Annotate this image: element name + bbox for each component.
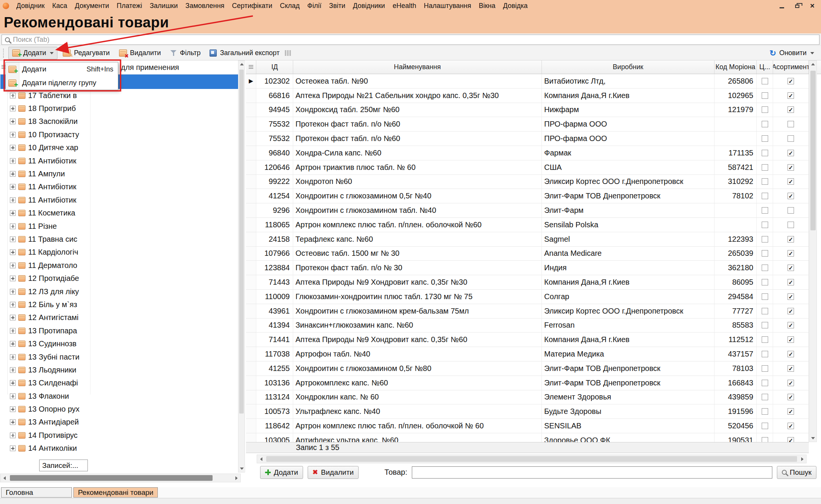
checkbox[interactable]: [762, 121, 768, 127]
edit-button[interactable]: Редагувати: [59, 47, 113, 59]
tree-item[interactable]: 11 Косметика: [0, 207, 238, 220]
menu-item-7[interactable]: Склад: [276, 1, 303, 11]
expand-icon[interactable]: [10, 132, 16, 138]
checkbox[interactable]: [762, 78, 768, 84]
expand-icon[interactable]: [10, 367, 16, 373]
menu-item-10[interactable]: Довідники: [349, 1, 389, 11]
table-row[interactable]: 41394Зинаксин+глюкозамин капс. №60Ferros…: [246, 319, 809, 333]
checkbox[interactable]: [788, 437, 794, 442]
tree-item[interactable]: 18 Протигриб: [0, 102, 238, 115]
expand-icon[interactable]: [10, 289, 16, 295]
expand-icon[interactable]: [10, 406, 16, 412]
table-row[interactable]: 94945Хондроксид табл. 250мг №60Нижфарм12…: [246, 103, 809, 117]
table-row[interactable]: 99222Хондротоп №60Эликсир Кортес ООО г.Д…: [246, 175, 809, 189]
context-menu-item[interactable]: ДодатиShift+Ins: [6, 62, 118, 76]
delete-product-button[interactable]: Видалити: [308, 466, 359, 479]
expand-icon[interactable]: [10, 276, 16, 281]
checkbox[interactable]: [762, 351, 768, 357]
tree-item[interactable]: 12 Антигістамі: [0, 311, 238, 324]
restore-button[interactable]: [791, 1, 804, 10]
checkbox[interactable]: [788, 92, 794, 99]
checkbox[interactable]: [762, 164, 768, 171]
checkbox[interactable]: [762, 423, 768, 429]
tree-item[interactable]: 13 Опорно рух: [0, 403, 238, 415]
tree-item[interactable]: 11 Кардіологіч: [0, 246, 238, 259]
table-row[interactable]: 43961Хондроитин с глюкозамином крем-баль…: [246, 304, 809, 319]
table-row[interactable]: 24158Терафлекс капс. №60Sagmel122393: [246, 232, 809, 247]
checkbox[interactable]: [762, 106, 768, 113]
column-header-manufacturer[interactable]: Виробник: [542, 60, 715, 74]
tree-item[interactable]: 11 Антибіотик: [0, 193, 238, 206]
menu-item-8[interactable]: Філії: [303, 1, 325, 11]
expand-icon[interactable]: [10, 249, 16, 255]
table-row[interactable]: 9296Хондроитин с глюкозамином табл. №40Э…: [246, 203, 809, 218]
expand-icon[interactable]: [10, 380, 16, 386]
column-header-name[interactable]: Найменування: [293, 60, 542, 74]
table-row[interactable]: 117038Артрофон табл. №40Материа Медика43…: [246, 347, 809, 361]
scroll-left-button[interactable]: [257, 455, 265, 463]
table-row[interactable]: 66816Аптека Природы №21 Сабельник хондро…: [246, 89, 809, 103]
menu-item-2[interactable]: Документи: [71, 1, 113, 11]
search-input[interactable]: [13, 36, 816, 44]
product-input[interactable]: [412, 466, 772, 479]
add-product-button[interactable]: Додати: [260, 466, 303, 479]
scroll-down-button[interactable]: [238, 465, 245, 472]
expand-icon[interactable]: [10, 236, 16, 242]
expand-icon[interactable]: [10, 263, 16, 268]
table-row[interactable]: 100573Ультрафлекс капс. №40Будьте Здоров…: [246, 404, 809, 419]
menu-item-14[interactable]: Довідка: [499, 1, 532, 11]
expand-icon[interactable]: [10, 328, 16, 334]
tree-vertical-scrollbar[interactable]: [238, 60, 245, 472]
expand-icon[interactable]: [10, 145, 16, 151]
checkbox[interactable]: [788, 322, 794, 328]
scroll-right-button[interactable]: [232, 474, 240, 482]
checkbox[interactable]: [788, 394, 794, 400]
table-row[interactable]: 41254Хондроитин с глюкозамином 0,5г №40Э…: [246, 189, 809, 203]
expand-icon[interactable]: [10, 119, 16, 124]
export-button[interactable]: Загальний експорт: [206, 47, 283, 59]
checkbox[interactable]: [762, 322, 768, 328]
menu-item-13[interactable]: Вікна: [475, 1, 499, 11]
expand-icon[interactable]: [10, 341, 16, 347]
menu-item-0[interactable]: Довідник: [13, 1, 48, 11]
tree-item[interactable]: 13 Зубні пасти: [0, 350, 238, 363]
table-row[interactable]: 113124Хондроклин капс. № 60Элемент Здоро…: [246, 390, 809, 405]
menu-item-11[interactable]: eHealth: [389, 1, 420, 11]
expand-icon[interactable]: [10, 302, 16, 307]
checkbox[interactable]: [762, 222, 768, 228]
checkbox[interactable]: [788, 265, 794, 271]
tree-item[interactable]: 14 Противірус: [0, 429, 238, 442]
expand-icon[interactable]: [10, 106, 16, 111]
checkbox[interactable]: [762, 193, 768, 199]
table-row[interactable]: 75532Протекон фаст табл. п/о №60ПРО-фарм…: [246, 132, 809, 146]
table-row[interactable]: 71441Аптека Природы №9 Хондровит капс. 0…: [246, 333, 809, 347]
checkbox[interactable]: [788, 236, 794, 242]
expand-icon[interactable]: [10, 197, 16, 203]
grid-options-icon[interactable]: [249, 65, 253, 69]
table-row[interactable]: 120646Артрон триактив плюс табл. № 60США…: [246, 160, 809, 175]
table-row[interactable]: 118642Артрон комплекс плюс табл. п/плен.…: [246, 419, 809, 433]
scrollbar-thumb[interactable]: [266, 456, 797, 462]
refresh-button[interactable]: Оновити: [766, 47, 818, 59]
table-row[interactable]: 103005Артифлекс ультра капс. №60Здоровье…: [246, 433, 809, 442]
expand-icon[interactable]: [10, 93, 16, 98]
tree-item[interactable]: 10 Дитяче хар: [0, 141, 238, 154]
column-header-c[interactable]: Ц...: [757, 60, 773, 74]
tree-item[interactable]: 11 Ампули: [0, 167, 238, 180]
tree-item[interactable]: 11 Дерматоло: [0, 259, 238, 272]
checkbox[interactable]: [762, 135, 768, 142]
expand-icon[interactable]: [10, 419, 16, 425]
tree-item[interactable]: 12 Біль у м`яз: [0, 298, 238, 311]
checkbox[interactable]: [762, 336, 768, 343]
table-row[interactable]: 96840Хондра-Сила капс. №60Фармак171135: [246, 146, 809, 160]
checkbox[interactable]: [762, 380, 768, 386]
tree-item[interactable]: 10 Протизасту: [0, 128, 238, 141]
column-chooser-icon[interactable]: [285, 50, 291, 56]
tree-item[interactable]: 12 ЛЗ для ліку: [0, 285, 238, 298]
checkbox[interactable]: [762, 236, 768, 242]
tree-item[interactable]: 13 Протипара: [0, 324, 238, 337]
tree-item[interactable]: 11 Різне: [0, 220, 238, 233]
checkbox[interactable]: [762, 293, 768, 300]
tree-item[interactable]: 11 Антибіотик: [0, 181, 238, 193]
tree-horizontal-scrollbar[interactable]: [0, 474, 241, 482]
